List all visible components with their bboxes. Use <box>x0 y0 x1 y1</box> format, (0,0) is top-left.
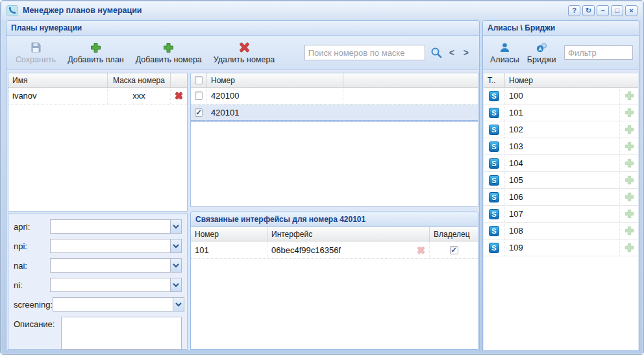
column-header-mask[interactable]: Маска номера <box>108 73 171 87</box>
add-alias-icon[interactable] <box>625 125 634 134</box>
owner-checkbox[interactable] <box>450 246 458 254</box>
add-plan-button[interactable]: Добавить план <box>62 40 130 66</box>
aliases-grid: Т.. Номер S 100 S 101 S <box>484 73 638 350</box>
alias-number: 106 <box>505 189 620 205</box>
number-row[interactable]: 420101 <box>191 104 478 121</box>
plans-grid: Имя Маска номера ivanov xxx <box>8 73 188 212</box>
bridges-label: Бриджи <box>527 55 556 64</box>
unlink-interface-icon[interactable] <box>417 246 425 254</box>
alias-row[interactable]: S 101 <box>484 104 638 121</box>
owner-cell <box>430 241 478 258</box>
number-row-filler <box>343 88 478 104</box>
nai-input[interactable] <box>50 258 171 273</box>
number-checkbox[interactable] <box>195 108 203 117</box>
aliases-bridges-panel: Алиасы \ Бриджи Алиасы A Бриджи Т.. Номе… <box>482 20 639 351</box>
apri-dropdown-button[interactable] <box>171 219 182 234</box>
aliases-panel-header: Алиасы \ Бриджи <box>483 21 639 36</box>
alias-row[interactable]: S 105 <box>484 172 638 189</box>
column-header-name[interactable]: Имя <box>8 73 108 87</box>
screening-input[interactable] <box>53 297 173 312</box>
apri-label: apri: <box>14 219 50 232</box>
bridges-button[interactable]: A Бриджи <box>523 40 560 66</box>
alias-row[interactable]: S 106 <box>484 189 638 206</box>
filter-input[interactable] <box>564 45 633 60</box>
add-alias-icon[interactable] <box>625 175 634 185</box>
aliases-button[interactable]: Алиасы <box>486 40 523 66</box>
alias-type-cell: S <box>484 121 505 138</box>
add-alias-icon[interactable] <box>625 192 634 202</box>
alias-row[interactable]: S 109 <box>484 239 638 256</box>
plan-row[interactable]: ivanov xxx <box>8 88 187 104</box>
sip-type-icon: S <box>489 108 499 118</box>
alias-row[interactable]: S 107 <box>484 206 638 223</box>
add-alias-icon[interactable] <box>625 209 634 219</box>
screening-dropdown-button[interactable] <box>173 297 184 312</box>
window-maximize-button[interactable]: □ <box>611 5 623 16</box>
number-value: 420100 <box>207 88 343 104</box>
window-controls: ?↻–□× <box>568 5 638 16</box>
delete-numbers-button[interactable]: Удалить номера <box>208 40 281 66</box>
window-help-button[interactable]: ? <box>568 5 580 16</box>
ni-dropdown-button[interactable] <box>171 278 182 292</box>
window-refresh-button[interactable]: ↻ <box>582 5 595 16</box>
alias-number: 104 <box>505 155 620 171</box>
npi-dropdown-button[interactable] <box>171 239 182 253</box>
window-close-button[interactable]: × <box>625 5 638 16</box>
sip-type-icon: S <box>489 209 499 219</box>
numbers-grid: Номер 420100 420101 <box>190 73 478 207</box>
delete-plan-icon[interactable] <box>171 88 187 104</box>
alias-row[interactable]: S 104 <box>484 155 638 172</box>
alias-row[interactable]: S 108 <box>484 223 638 239</box>
add-alias-icon[interactable] <box>625 158 634 168</box>
linked-interfaces-panel: Связанные интерфейсы для номера 420101 Н… <box>190 212 478 350</box>
add-alias-icon[interactable] <box>625 226 634 236</box>
alias-row[interactable]: S 102 <box>484 121 638 138</box>
interface-row[interactable]: 101 06bec4f99c16356f <box>191 241 478 259</box>
npi-input[interactable] <box>50 239 171 253</box>
add-numbers-button[interactable]: Добавить номера <box>130 40 208 66</box>
window-minimize-button[interactable]: – <box>597 5 609 16</box>
add-alias-icon[interactable] <box>625 243 634 252</box>
prev-page-button[interactable]: < <box>447 47 456 58</box>
save-floppy-icon <box>31 42 41 54</box>
alias-row[interactable]: S 103 <box>484 138 638 155</box>
interfaces-grid-rows: 101 06bec4f99c16356f <box>191 241 478 259</box>
sip-type-icon: S <box>489 125 499 135</box>
plans-grid-header: Имя Маска номера <box>8 73 187 88</box>
search-input[interactable] <box>304 45 425 60</box>
add-alias-cell <box>620 104 638 121</box>
save-button[interactable]: Сохранить <box>10 40 62 66</box>
add-alias-icon[interactable] <box>625 91 634 101</box>
number-row[interactable]: 420100 <box>191 88 478 104</box>
column-header-number[interactable]: Номер <box>505 73 638 87</box>
column-header-number[interactable]: Номер <box>191 227 267 241</box>
select-all-checkbox[interactable] <box>195 76 203 84</box>
add-alias-icon[interactable] <box>625 108 634 117</box>
add-alias-cell <box>620 223 638 239</box>
add-alias-icon[interactable] <box>625 141 634 151</box>
delete-numbers-label: Удалить номера <box>214 55 275 64</box>
alias-type-cell: S <box>484 239 505 256</box>
add-plan-plus-icon <box>90 42 101 54</box>
npi-label: npi: <box>14 239 50 251</box>
interface-id-cell: 06bec4f99c16356f <box>267 241 430 258</box>
column-header-interface[interactable]: Интерфейс <box>267 227 430 241</box>
alias-row[interactable]: S 100 <box>484 88 638 104</box>
screening-combobox <box>53 297 184 312</box>
numbers-grid-header: Номер <box>191 73 478 88</box>
plans-panel-header: Планы нумерации <box>6 21 479 36</box>
column-header-number[interactable]: Номер <box>207 73 343 87</box>
npi-combobox <box>50 239 182 253</box>
search-icon[interactable] <box>430 47 442 58</box>
sip-type-icon: S <box>489 141 499 152</box>
description-label: Описание: <box>14 317 61 329</box>
description-textarea[interactable] <box>61 317 182 350</box>
number-checkbox[interactable] <box>195 92 203 100</box>
column-header-owner[interactable]: Владелец <box>430 227 478 241</box>
save-label: Сохранить <box>16 55 56 64</box>
next-page-button[interactable]: > <box>462 47 471 58</box>
nai-dropdown-button[interactable] <box>171 258 182 273</box>
ni-input[interactable] <box>50 278 171 292</box>
apri-input[interactable] <box>50 219 171 234</box>
column-header-type[interactable]: Т.. <box>484 73 505 87</box>
